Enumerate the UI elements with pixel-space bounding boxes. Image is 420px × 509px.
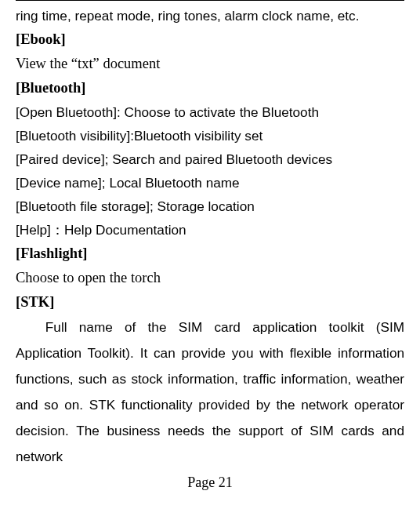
- heading-stk: [STK]: [16, 290, 404, 314]
- top-fragment-text: ring time, repeat mode, ring tones, alar…: [16, 4, 404, 27]
- bluetooth-item: [Paired device]; Search and paired Bluet…: [16, 147, 404, 171]
- document-page: ring time, repeat mode, ring tones, alar…: [0, 0, 420, 505]
- page-number: Page 21: [16, 474, 404, 491]
- ebook-description: View the “txt” document: [16, 52, 404, 76]
- heading-ebook: [Ebook]: [16, 27, 404, 52]
- bluetooth-item: [Open Bluetooth]: Choose to activate the…: [16, 100, 404, 124]
- bluetooth-item: [Help]：Help Documentation: [16, 218, 404, 242]
- top-divider: [16, 0, 404, 1]
- heading-flashlight: [Flashlight]: [16, 242, 404, 266]
- bluetooth-item: [Device name]; Local Bluetooth name: [16, 171, 404, 195]
- stk-paragraph: Full name of the SIM card application to…: [16, 314, 404, 470]
- heading-bluetooth: [Bluetooth]: [16, 76, 404, 100]
- bluetooth-item: [Bluetooth file storage]; Storage locati…: [16, 195, 404, 218]
- flashlight-description: Choose to open the torch: [16, 266, 404, 290]
- bluetooth-item: [Bluetooth visibility]:Bluetooth visibil…: [16, 124, 404, 147]
